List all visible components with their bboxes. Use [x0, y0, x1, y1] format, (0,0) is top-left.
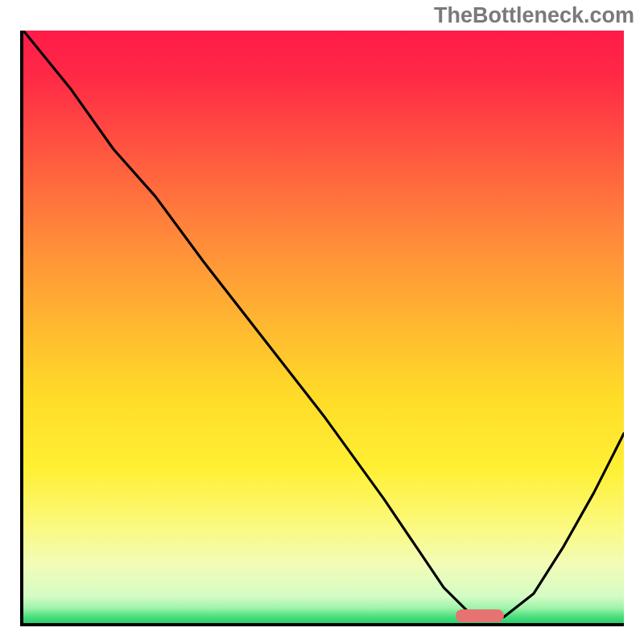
optimal-range-marker — [456, 609, 504, 622]
watermark-text: TheBottleneck.com — [434, 3, 634, 28]
plot-gradient-panel — [23, 31, 624, 623]
chart-stage: TheBottleneck.com — [0, 0, 644, 644]
plot-area — [23, 31, 624, 623]
plot-axes — [20, 31, 624, 626]
gradient-background — [23, 31, 624, 623]
